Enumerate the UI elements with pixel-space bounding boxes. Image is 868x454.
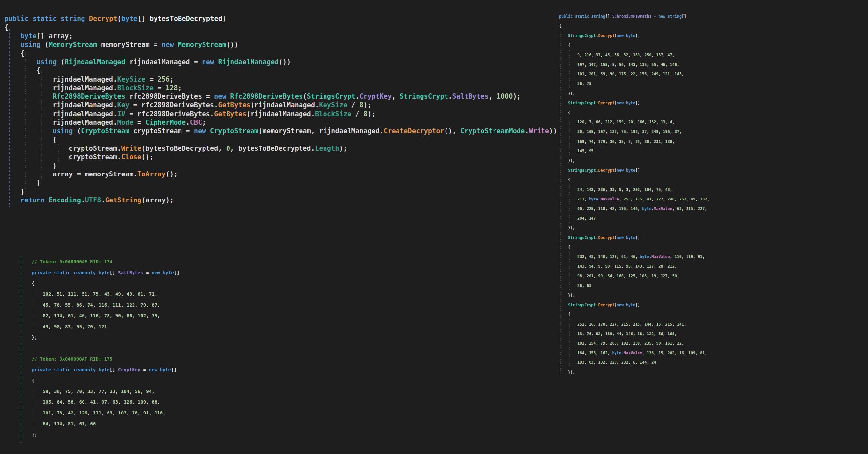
code-line: 102, 254, 79, 206, 192, 239, 235, 90, 16… [559, 339, 709, 348]
code-line: }; [32, 429, 180, 440]
code-line: 64, 114, 81, 61, 66 [32, 419, 180, 429]
code-line: cryptoStream.Write(bytesToBeDecrypted, 0… [4, 144, 557, 153]
code-line: public static string[] SChromiumPswPaths… [559, 12, 709, 21]
indent-guide [569, 117, 570, 156]
code-line: private static readonly byte[] SaltBytes… [32, 267, 180, 278]
indent-guide [560, 32, 561, 375]
indent-guide [25, 52, 26, 189]
code-line: } [4, 178, 557, 187]
code-line: { [4, 135, 557, 144]
decompiler-screenshot: { "app": { "kind": "dotnet-decompiler-co… [0, 0, 868, 454]
code-line: { [4, 66, 557, 75]
code-line: 184, 153, 162, byte.MaxValue, 136, 15, 2… [559, 348, 709, 358]
indent-guide [21, 257, 21, 443]
code-line: 45, 78, 55, 86, 74, 116, 111, 122, 79, 8… [32, 300, 180, 310]
code-line: 30, 105, 167, 138, 75, 198, 37, 249, 196… [559, 127, 709, 137]
code-line: { [4, 49, 557, 58]
code-line: 60, 225, 118, 42, 195, 146, byte.MaxValu… [559, 204, 709, 214]
code-line: 211, byte.MaxValue, 253, 175, 41, 227, 2… [559, 195, 709, 204]
code-line: }), [559, 368, 709, 377]
code-line: StringsCrypt.Decrypt(new byte[] [559, 31, 709, 40]
code-line: 13, 76, 82, 139, 44, 146, 38, 122, 56, 1… [559, 329, 709, 339]
code-panel-salt-and-key-fields[interactable]: // Token: 0x040000AE RID: 174private sta… [32, 256, 180, 440]
code-line: byte[] array; [4, 32, 557, 40]
code-line: 26, 68 [559, 281, 709, 291]
code-line: { [559, 243, 709, 252]
code-line: 197, 147, 155, 5, 56, 143, 135, 55, 46, … [559, 60, 709, 69]
code-line: rijndaelManaged.IV = rfc2898DeriveBytes.… [4, 110, 557, 118]
code-line: }), [559, 156, 709, 166]
indent-guide [569, 319, 570, 367]
code-panel-decrypt-method[interactable]: public static string Decrypt(byte[] byte… [4, 15, 557, 204]
code-line: } [4, 161, 557, 170]
code-line: 143, 94, 9, 90, 115, 95, 143, 127, 28, 2… [559, 262, 709, 271]
code-line: StringsCrypt.Decrypt(new byte[] [559, 166, 709, 175]
code-line: 169, 74, 179, 36, 35, 7, 85, 30, 231, 13… [559, 137, 709, 146]
code-line: 204, 147 [559, 214, 709, 223]
code-line: rijndaelManaged.Key = rfc2898DeriveBytes… [4, 101, 557, 109]
code-line: 232, 48, 140, 129, 61, 46, byte.MaxValue… [559, 252, 709, 262]
code-line: // Token: 0x040000AF RID: 175 [32, 353, 180, 365]
indent-guide [58, 144, 59, 165]
code-line: { [32, 278, 180, 289]
indent-guide [569, 185, 570, 224]
code-line: // Token: 0x040000AE RID: 174 [32, 256, 180, 267]
indent-guide [9, 29, 10, 207]
code-line: 101, 78, 42, 126, 111, 63, 103, 78, 91, … [32, 407, 180, 419]
code-line: }), [559, 223, 709, 233]
code-line: { [559, 108, 709, 117]
code-line: public static string Decrypt(byte[] byte… [4, 15, 557, 23]
code-line: { [559, 21, 709, 31]
code-line: 252, 26, 170, 227, 215, 215, 144, 15, 21… [559, 320, 709, 329]
indent-guide [34, 290, 34, 332]
code-line: cryptoStream.Close(); [4, 153, 557, 161]
code-line: 9, 216, 37, 45, 86, 32, 189, 250, 137, 4… [559, 50, 709, 60]
code-line: StringsCrypt.Decrypt(new byte[] [559, 233, 709, 243]
code-line: 120, 7, 66, 212, 159, 20, 166, 132, 13, … [559, 117, 709, 127]
code-line: using (RijndaelManaged rijndaelManaged =… [4, 58, 557, 66]
indent-guide [569, 252, 570, 291]
code-line: 101, 201, 59, 90, 175, 22, 156, 249, 121… [559, 69, 709, 79]
code-line: { [559, 41, 709, 50]
code-line: using (MemoryStream memoryStream = new M… [4, 40, 557, 49]
decompiler-code-view: public static string Decrypt(byte[] byte… [0, 0, 868, 454]
code-line: 82, 114, 61, 40, 116, 78, 90, 66, 102, 7… [32, 310, 180, 321]
code-panel-chromium-psw-paths[interactable]: public static string[] SChromiumPswPaths… [559, 12, 709, 377]
code-line: StringsCrypt.Decrypt(new byte[] [559, 300, 709, 310]
code-line: { [559, 175, 709, 185]
code-line: }), [559, 89, 709, 98]
code-line: using (CryptoStream cryptoStream = new C… [4, 127, 557, 135]
code-line: private static readonly byte[] CryptKey … [32, 365, 180, 375]
code-line: { [4, 23, 557, 32]
code-line: rijndaelManaged.KeySize = 256; [4, 75, 557, 84]
indent-guide [41, 68, 42, 180]
indent-guide [569, 50, 570, 89]
code-line: return Encoding.UTF8.GetString(array); [4, 196, 557, 204]
code-line: 102, 51, 111, 51, 75, 45, 49, 49, 61, 71… [32, 289, 180, 300]
code-line: Rfc2898DeriveBytes rfc2898DeriveBytes = … [4, 92, 557, 101]
code-line: 24, 143, 236, 33, 5, 3, 203, 104, 75, 43… [559, 185, 709, 195]
code-line: }), [559, 291, 709, 300]
code-line: 98, 201, 99, 54, 160, 125, 108, 19, 127,… [559, 271, 709, 281]
code-line: array = memoryStream.ToArray(); [4, 170, 557, 178]
code-line: 43, 98, 83, 55, 70, 121 [32, 321, 180, 332]
code-line: { [559, 310, 709, 319]
code-line: 145, 95 [559, 146, 709, 156]
code-line: StringsCrypt.Decrypt(new byte[] [559, 98, 709, 108]
code-line: 26, 75 [559, 79, 709, 89]
code-line: } [4, 187, 557, 196]
code-line [32, 343, 180, 353]
code-line: rijndaelManaged.BlockSize = 128; [4, 84, 557, 92]
code-line: 193, 83, 132, 223, 232, 6, 144, 24 [559, 358, 709, 367]
code-line: { [32, 375, 180, 386]
code-line: 105, 84, 58, 60, 41, 97, 63, 126, 109, 8… [32, 397, 180, 407]
code-line: }; [32, 332, 180, 343]
code-line: rijndaelManaged.Mode = CipherMode.CBC; [4, 118, 557, 127]
code-line: 59, 38, 75, 70, 33, 77, 33, 104, 56, 94, [32, 386, 180, 397]
indent-guide [34, 389, 34, 432]
